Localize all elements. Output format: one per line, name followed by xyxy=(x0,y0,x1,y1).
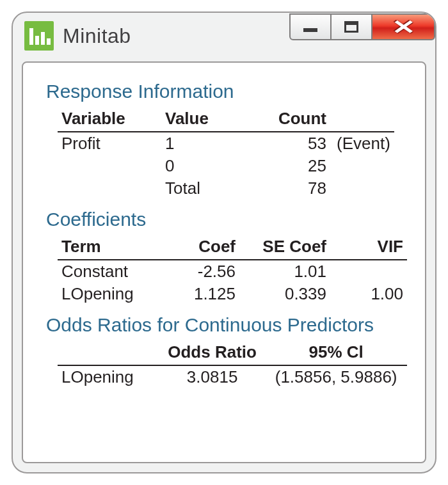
table-header-row: Variable Value Count xyxy=(58,107,394,132)
cell-variable xyxy=(58,155,161,177)
close-icon: ✕ xyxy=(392,17,415,37)
cell-term: LOpening xyxy=(58,283,161,305)
cell-note: (Event) xyxy=(330,132,394,155)
cell-coef: 1.125 xyxy=(161,283,239,305)
col-se: SE Coef xyxy=(239,235,342,260)
table-header-row: Odds Ratio 95% Cl xyxy=(58,341,407,365)
table-row: Total 78 xyxy=(58,177,394,200)
cell-note xyxy=(330,155,394,177)
cell-variable: Profit xyxy=(58,132,161,155)
cell-count: 78 xyxy=(246,177,330,200)
cell-value: 0 xyxy=(161,155,246,177)
cell-se: 1.01 xyxy=(239,260,342,283)
coefficients-table: Term Coef SE Coef VIF Constant -2.56 1.0… xyxy=(58,235,407,305)
maximize-icon xyxy=(344,21,358,33)
section-title-response: Response Information xyxy=(46,81,407,102)
titlebar-left: Minitab xyxy=(24,21,131,51)
col-vif: VIF xyxy=(342,235,407,260)
minimize-button[interactable] xyxy=(289,13,332,40)
col-term xyxy=(58,341,159,365)
output-panel: Response Information Variable Value Coun… xyxy=(22,61,426,463)
cell-vif xyxy=(342,260,407,283)
cell-ci: (1.5856, 5.9886) xyxy=(265,365,407,388)
table-header-row: Term Coef SE Coef VIF xyxy=(58,235,407,260)
col-count: Count xyxy=(246,107,330,132)
col-ratio: Odds Ratio xyxy=(159,341,265,365)
cell-variable xyxy=(58,177,161,200)
app-window: Minitab ✕ Response Information Variab xyxy=(12,12,436,473)
cell-se: 0.339 xyxy=(239,283,342,305)
col-term: Term xyxy=(58,235,161,260)
cell-note xyxy=(330,177,394,200)
maximize-button[interactable] xyxy=(330,13,372,40)
close-button[interactable]: ✕ xyxy=(371,13,435,40)
cell-count: 53 xyxy=(246,132,330,155)
cell-value: 1 xyxy=(161,132,246,155)
col-note xyxy=(330,107,394,132)
table-row: LOpening 1.125 0.339 1.00 xyxy=(58,283,407,305)
odds-ratio-table: Odds Ratio 95% Cl LOpening 3.0815 (1.585… xyxy=(58,341,407,388)
col-value: Value xyxy=(161,107,246,132)
table-row: Profit 1 53 (Event) xyxy=(58,132,394,155)
app-title: Minitab xyxy=(63,24,131,48)
minimize-icon xyxy=(303,28,317,32)
table-row: LOpening 3.0815 (1.5856, 5.9886) xyxy=(58,365,407,388)
section-title-odds: Odds Ratios for Continuous Predictors xyxy=(46,314,407,336)
cell-count: 25 xyxy=(246,155,330,177)
cell-ratio: 3.0815 xyxy=(159,365,265,388)
cell-value: Total xyxy=(161,177,246,200)
window-controls: ✕ xyxy=(291,12,435,60)
col-variable: Variable xyxy=(58,107,161,132)
bar-chart-icon xyxy=(24,21,54,51)
col-coef: Coef xyxy=(161,235,239,260)
section-title-coefficients: Coefficients xyxy=(46,209,407,230)
cell-term: LOpening xyxy=(58,365,159,388)
response-table: Variable Value Count Profit 1 53 (Event)… xyxy=(58,107,394,200)
cell-vif: 1.00 xyxy=(342,283,407,305)
cell-term: Constant xyxy=(58,260,161,283)
table-row: 0 25 xyxy=(58,155,394,177)
table-row: Constant -2.56 1.01 xyxy=(58,260,407,283)
cell-coef: -2.56 xyxy=(161,260,239,283)
col-ci: 95% Cl xyxy=(265,341,407,365)
titlebar: Minitab ✕ xyxy=(13,13,435,59)
